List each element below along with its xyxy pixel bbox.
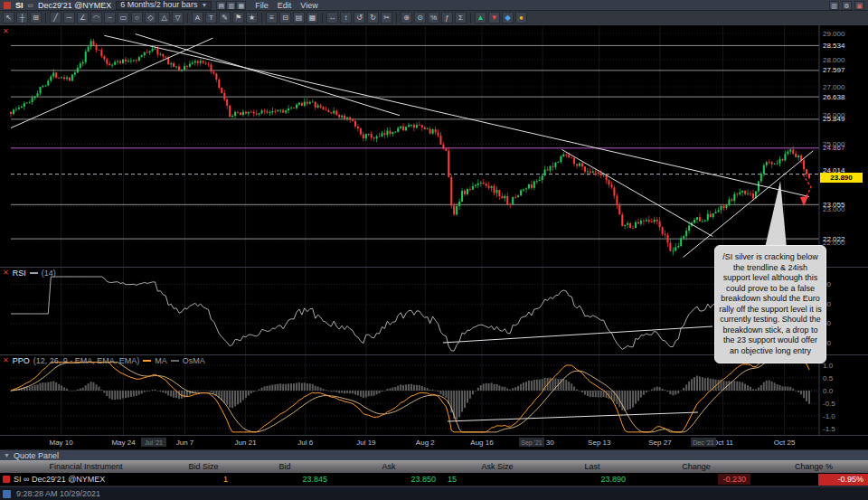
close-icon[interactable]: ✕ bbox=[3, 357, 9, 364]
svg-text:Jun 21: Jun 21 bbox=[235, 439, 258, 447]
svg-text:26.638: 26.638 bbox=[823, 93, 845, 101]
svg-text:-1.0: -1.0 bbox=[823, 412, 835, 420]
svg-text:28.534: 28.534 bbox=[823, 42, 845, 50]
toolbar-icon-6[interactable]: ∠ bbox=[77, 12, 89, 24]
window-icon-1[interactable]: ⚙ bbox=[842, 1, 852, 10]
menubar-right-icons: ▥⚙▣ bbox=[829, 1, 864, 10]
menu-edit[interactable]: Edit bbox=[273, 1, 297, 10]
window-icon-0[interactable]: ▥ bbox=[829, 1, 839, 10]
toolbar-icon-1[interactable]: ┼ bbox=[16, 12, 28, 24]
toolbar-icon-23[interactable]: ▤ bbox=[293, 12, 305, 24]
toolbar-icon-16[interactable]: T bbox=[205, 12, 217, 24]
svg-text:-1.5: -1.5 bbox=[823, 425, 835, 433]
symbol-label: SI bbox=[15, 1, 24, 10]
app-icon bbox=[4, 2, 11, 9]
quote-panel-title: Quote Panel bbox=[14, 451, 59, 460]
last-value: 23.890 bbox=[552, 475, 633, 484]
toolbar-icon-11[interactable]: ◇ bbox=[145, 12, 156, 24]
toolbar-icon-0[interactable]: ↖ bbox=[3, 12, 14, 24]
collapse-icon[interactable]: ▼ bbox=[4, 452, 10, 458]
toolbar-icon-33[interactable]: ⊙ bbox=[414, 12, 426, 24]
col-financial-instrument[interactable]: Financial Instrument bbox=[0, 462, 172, 471]
bid-value: 23.845 bbox=[235, 475, 335, 484]
svg-text:Sep 27: Sep 27 bbox=[648, 439, 672, 447]
col-bid-size[interactable]: Bid Size bbox=[172, 462, 235, 471]
svg-text:27.000: 27.000 bbox=[823, 83, 845, 91]
toolbar-icon-28[interactable]: ↺ bbox=[354, 12, 365, 24]
chart-style-icon-1[interactable]: ▥ bbox=[226, 1, 236, 10]
toolbar-icon-15[interactable]: A bbox=[192, 12, 203, 24]
instrument-cell: SI ∞ Dec29'21 @NYMEX bbox=[0, 475, 172, 484]
toolbar-icon-40[interactable]: ◆ bbox=[502, 12, 514, 24]
toolbar-icon-22[interactable]: ⊟ bbox=[279, 12, 291, 24]
col-last[interactable]: Last bbox=[552, 462, 633, 471]
toolbar-icon-32[interactable]: ⊕ bbox=[401, 12, 412, 24]
timeframe-label: 6 Months/2 hour bars bbox=[120, 1, 197, 9]
svg-text:Jul 6: Jul 6 bbox=[297, 439, 313, 447]
drawing-toolbar: ↖┼⊞╱─∠◠~▭○◇△▽AT✎⚑★≡⊟▤▦↔↕↺↻✂⊕⊙%ƒΣ▲▼◆● bbox=[0, 11, 868, 25]
toolbar-icon-9[interactable]: ▭ bbox=[118, 12, 129, 24]
rsi-pane-header: ✕ RSI (14) bbox=[3, 269, 56, 278]
svg-text:Jun 7: Jun 7 bbox=[176, 439, 194, 447]
status-bar: 9:28:28 AM 10/29/2021 bbox=[0, 486, 868, 500]
close-icon[interactable]: ✕ bbox=[3, 28, 9, 35]
toolbar-icon-30[interactable]: ✂ bbox=[381, 12, 392, 24]
toolbar-icon-12[interactable]: △ bbox=[158, 12, 170, 24]
close-icon[interactable]: ✕ bbox=[3, 269, 9, 277]
toolbar-icon-18[interactable]: ⚑ bbox=[232, 12, 244, 24]
ppo-legend-osma: OsMA bbox=[183, 356, 205, 365]
toolbar-icon-8[interactable]: ~ bbox=[104, 12, 116, 24]
toolbar-icon-29[interactable]: ↻ bbox=[367, 12, 379, 24]
toolbar-icon-17[interactable]: ✎ bbox=[219, 12, 231, 24]
price-chart[interactable]: 806040201.00.50.0-0.5-1.0-1.529.00028.00… bbox=[0, 25, 868, 449]
toolbar-icon-10[interactable]: ○ bbox=[131, 12, 143, 24]
toolbar-icon-13[interactable]: ▽ bbox=[172, 12, 184, 24]
toolbar-icon-5[interactable]: ─ bbox=[63, 12, 75, 24]
trendlines[interactable] bbox=[11, 34, 813, 258]
quote-row[interactable]: SI ∞ Dec29'21 @NYMEX 1 23.845 23.850 15 … bbox=[0, 473, 868, 486]
toolbar-separator bbox=[322, 13, 323, 24]
rsi-params: (14) bbox=[42, 269, 56, 278]
quote-panel-titlebar[interactable]: ▼ Quote Panel bbox=[0, 449, 868, 460]
col-change[interactable]: Change bbox=[633, 462, 760, 471]
toolbar-icon-41[interactable]: ● bbox=[515, 12, 527, 24]
toolbar-icon-38[interactable]: ▲ bbox=[475, 12, 486, 24]
toolbar-icon-2[interactable]: ⊞ bbox=[30, 12, 42, 24]
menu-file[interactable]: File bbox=[250, 1, 273, 10]
window-icon-2[interactable]: ▣ bbox=[854, 1, 864, 10]
col-ask-size[interactable]: Ask Size bbox=[443, 462, 552, 471]
timeframe-dropdown[interactable]: 6 Months/2 hour bars ▼ bbox=[116, 1, 212, 10]
toolbar-icon-39[interactable]: ▼ bbox=[488, 12, 500, 24]
last-price-tag: 23.890 bbox=[820, 173, 863, 183]
svg-text:25.849: 25.849 bbox=[823, 115, 845, 123]
rsi-line-swatch bbox=[30, 272, 38, 274]
annotation-callout[interactable]: /SI silver is cracking below the trendli… bbox=[714, 245, 826, 363]
chart-style-icon-2[interactable]: ▦ bbox=[236, 1, 246, 10]
col-change-pct[interactable]: Change % bbox=[760, 462, 868, 471]
col-bid[interactable]: Bid bbox=[235, 462, 335, 471]
chart-type-icons: ▤▥▦ bbox=[216, 1, 246, 10]
chart-style-icon-0[interactable]: ▤ bbox=[216, 1, 226, 10]
toolbar-icon-36[interactable]: Σ bbox=[455, 12, 467, 24]
toolbar-icon-26[interactable]: ↔ bbox=[326, 12, 338, 24]
ppo-legend-osma-swatch bbox=[171, 360, 179, 362]
menu-bar: SI ∞ Dec29'21 @NYMEX 6 Months/2 hour bar… bbox=[0, 0, 868, 11]
svg-text:Aug 16: Aug 16 bbox=[470, 439, 494, 447]
support-resistance-levels[interactable] bbox=[11, 45, 819, 239]
svg-text:24.867: 24.867 bbox=[823, 144, 845, 152]
toolbar-icon-4[interactable]: ╱ bbox=[50, 12, 61, 24]
toolbar-icon-24[interactable]: ▦ bbox=[307, 12, 318, 24]
instrument-name: SI ∞ Dec29'21 @NYMEX bbox=[14, 475, 105, 484]
ppo-pane: 1.00.50.0-0.5-1.0-1.5 bbox=[10, 362, 835, 433]
date-axis[interactable]: May 10May 24Jun 7Jun 21Jul 6Jul 19Aug 2A… bbox=[49, 438, 795, 447]
toolbar-icon-34[interactable]: % bbox=[428, 12, 439, 24]
menu-view[interactable]: View bbox=[296, 1, 322, 10]
toolbar-icon-19[interactable]: ★ bbox=[246, 12, 258, 24]
quote-header-row: Financial Instrument Bid Size Bid Ask As… bbox=[0, 460, 868, 473]
toolbar-icon-21[interactable]: ≡ bbox=[266, 12, 278, 24]
col-ask[interactable]: Ask bbox=[335, 462, 443, 471]
price-axis[interactable]: 29.00028.00027.00026.00025.00023.00022.0… bbox=[823, 30, 845, 247]
toolbar-icon-7[interactable]: ◠ bbox=[90, 12, 102, 24]
toolbar-icon-27[interactable]: ↕ bbox=[340, 12, 352, 24]
toolbar-icon-35[interactable]: ƒ bbox=[441, 12, 453, 24]
